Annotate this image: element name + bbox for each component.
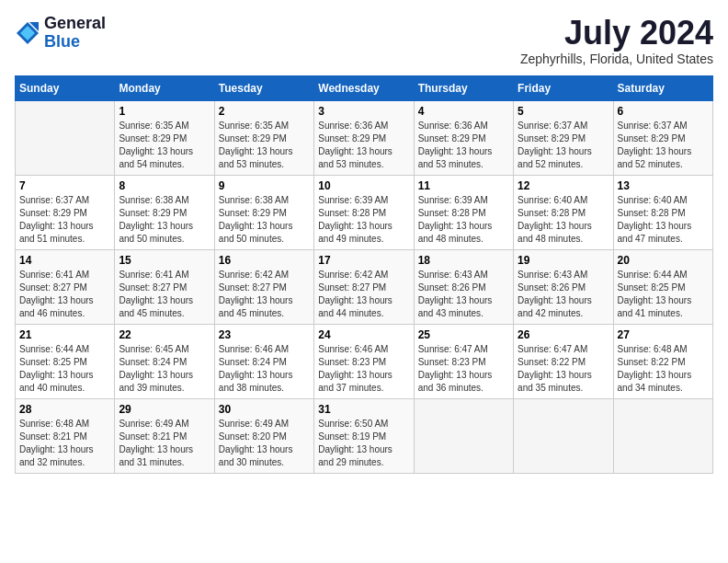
day-info: Sunrise: 6:48 AM Sunset: 8:22 PM Dayligh… [618,343,709,395]
header-sunday: Sunday [16,75,115,100]
calendar-cell: 1Sunrise: 6:35 AM Sunset: 8:29 PM Daylig… [115,100,214,175]
day-number: 24 [318,328,409,341]
calendar-cell: 17Sunrise: 6:42 AM Sunset: 8:27 PM Dayli… [314,249,414,324]
day-info: Sunrise: 6:44 AM Sunset: 8:25 PM Dayligh… [618,269,709,320]
calendar-cell: 5Sunrise: 6:37 AM Sunset: 8:29 PM Daylig… [514,100,613,175]
logo-blue: Blue [44,32,80,51]
header-saturday: Saturday [613,75,712,100]
title-area: July 2024 Zephyrhills, Florida, United S… [520,15,713,66]
day-number: 16 [219,254,310,267]
location-subtitle: Zephyrhills, Florida, United States [520,52,713,66]
day-number: 23 [219,328,310,341]
calendar-cell: 9Sunrise: 6:38 AM Sunset: 8:29 PM Daylig… [214,175,313,249]
day-info: Sunrise: 6:48 AM Sunset: 8:21 PM Dayligh… [19,418,110,469]
calendar-header-row: SundayMondayTuesdayWednesdayThursdayFrid… [16,75,713,100]
day-number: 14 [19,254,110,267]
calendar-cell: 28Sunrise: 6:48 AM Sunset: 8:21 PM Dayli… [16,398,115,473]
day-info: Sunrise: 6:49 AM Sunset: 8:21 PM Dayligh… [119,418,210,469]
day-info: Sunrise: 6:36 AM Sunset: 8:29 PM Dayligh… [418,120,509,171]
day-number: 11 [418,179,509,192]
day-info: Sunrise: 6:46 AM Sunset: 8:23 PM Dayligh… [318,343,409,395]
day-number: 28 [19,403,110,416]
header-friday: Friday [514,75,613,100]
day-number: 30 [219,403,310,416]
calendar-cell [414,398,513,473]
day-number: 3 [318,105,409,118]
day-info: Sunrise: 6:43 AM Sunset: 8:26 PM Dayligh… [418,269,509,320]
day-info: Sunrise: 6:46 AM Sunset: 8:24 PM Dayligh… [219,343,310,395]
day-number: 15 [119,254,210,267]
calendar-cell: 15Sunrise: 6:41 AM Sunset: 8:27 PM Dayli… [115,249,214,324]
day-number: 31 [318,403,409,416]
day-number: 21 [19,328,110,341]
header-thursday: Thursday [414,75,513,100]
day-info: Sunrise: 6:45 AM Sunset: 8:24 PM Dayligh… [119,343,210,395]
calendar-cell: 7Sunrise: 6:37 AM Sunset: 8:29 PM Daylig… [16,175,115,249]
month-year-title: July 2024 [520,15,713,52]
day-info: Sunrise: 6:49 AM Sunset: 8:20 PM Dayligh… [219,418,310,469]
calendar-cell: 26Sunrise: 6:47 AM Sunset: 8:22 PM Dayli… [514,324,613,398]
day-number: 22 [119,328,210,341]
calendar-cell: 10Sunrise: 6:39 AM Sunset: 8:28 PM Dayli… [314,175,414,249]
day-number: 27 [618,328,709,341]
calendar-cell: 8Sunrise: 6:38 AM Sunset: 8:29 PM Daylig… [115,175,214,249]
day-info: Sunrise: 6:41 AM Sunset: 8:27 PM Dayligh… [19,269,110,320]
day-info: Sunrise: 6:47 AM Sunset: 8:23 PM Dayligh… [418,343,509,395]
calendar-cell: 13Sunrise: 6:40 AM Sunset: 8:28 PM Dayli… [613,175,712,249]
day-number: 6 [618,105,709,118]
calendar-cell [514,398,613,473]
day-number: 12 [518,179,609,192]
day-info: Sunrise: 6:47 AM Sunset: 8:22 PM Dayligh… [518,343,609,395]
day-number: 1 [119,105,210,118]
day-number: 5 [518,105,609,118]
day-info: Sunrise: 6:42 AM Sunset: 8:27 PM Dayligh… [318,269,409,320]
day-info: Sunrise: 6:38 AM Sunset: 8:29 PM Dayligh… [219,194,310,246]
logo-text: General Blue [44,15,106,52]
calendar-cell: 3Sunrise: 6:36 AM Sunset: 8:29 PM Daylig… [314,100,414,175]
day-number: 20 [618,254,709,267]
day-info: Sunrise: 6:37 AM Sunset: 8:29 PM Dayligh… [518,120,609,171]
day-info: Sunrise: 6:35 AM Sunset: 8:29 PM Dayligh… [119,120,210,171]
day-number: 4 [418,105,509,118]
day-number: 2 [219,105,310,118]
day-info: Sunrise: 6:42 AM Sunset: 8:27 PM Dayligh… [219,269,310,320]
calendar-cell: 24Sunrise: 6:46 AM Sunset: 8:23 PM Dayli… [314,324,414,398]
day-info: Sunrise: 6:35 AM Sunset: 8:29 PM Dayligh… [219,120,310,171]
day-number: 7 [19,179,110,192]
day-number: 25 [418,328,509,341]
day-info: Sunrise: 6:38 AM Sunset: 8:29 PM Dayligh… [119,194,210,246]
calendar-cell: 4Sunrise: 6:36 AM Sunset: 8:29 PM Daylig… [414,100,513,175]
day-info: Sunrise: 6:43 AM Sunset: 8:26 PM Dayligh… [518,269,609,320]
calendar-cell: 6Sunrise: 6:37 AM Sunset: 8:29 PM Daylig… [613,100,712,175]
day-number: 17 [318,254,409,267]
calendar-cell: 20Sunrise: 6:44 AM Sunset: 8:25 PM Dayli… [613,249,712,324]
calendar-week-row: 14Sunrise: 6:41 AM Sunset: 8:27 PM Dayli… [16,249,713,324]
calendar-cell: 19Sunrise: 6:43 AM Sunset: 8:26 PM Dayli… [514,249,613,324]
calendar-cell: 16Sunrise: 6:42 AM Sunset: 8:27 PM Dayli… [214,249,313,324]
day-info: Sunrise: 6:44 AM Sunset: 8:25 PM Dayligh… [19,343,110,395]
calendar-cell [16,100,115,175]
day-info: Sunrise: 6:39 AM Sunset: 8:28 PM Dayligh… [318,194,409,246]
day-number: 19 [518,254,609,267]
header-monday: Monday [115,75,214,100]
calendar-cell [613,398,712,473]
day-number: 29 [119,403,210,416]
calendar-table: SundayMondayTuesdayWednesdayThursdayFrid… [15,75,713,474]
calendar-week-row: 21Sunrise: 6:44 AM Sunset: 8:25 PM Dayli… [16,324,713,398]
calendar-week-row: 1Sunrise: 6:35 AM Sunset: 8:29 PM Daylig… [16,100,713,175]
day-info: Sunrise: 6:41 AM Sunset: 8:27 PM Dayligh… [119,269,210,320]
calendar-cell: 11Sunrise: 6:39 AM Sunset: 8:28 PM Dayli… [414,175,513,249]
calendar-cell: 27Sunrise: 6:48 AM Sunset: 8:22 PM Dayli… [613,324,712,398]
day-info: Sunrise: 6:37 AM Sunset: 8:29 PM Dayligh… [618,120,709,171]
day-number: 9 [219,179,310,192]
calendar-cell: 21Sunrise: 6:44 AM Sunset: 8:25 PM Dayli… [16,324,115,398]
day-info: Sunrise: 6:36 AM Sunset: 8:29 PM Dayligh… [318,120,409,171]
day-number: 26 [518,328,609,341]
calendar-cell: 14Sunrise: 6:41 AM Sunset: 8:27 PM Dayli… [16,249,115,324]
day-info: Sunrise: 6:40 AM Sunset: 8:28 PM Dayligh… [518,194,609,246]
calendar-cell: 29Sunrise: 6:49 AM Sunset: 8:21 PM Dayli… [115,398,214,473]
page-header: General Blue July 2024 Zephyrhills, Flor… [15,15,713,66]
day-number: 10 [318,179,409,192]
calendar-cell: 23Sunrise: 6:46 AM Sunset: 8:24 PM Dayli… [214,324,313,398]
calendar-cell: 22Sunrise: 6:45 AM Sunset: 8:24 PM Dayli… [115,324,214,398]
